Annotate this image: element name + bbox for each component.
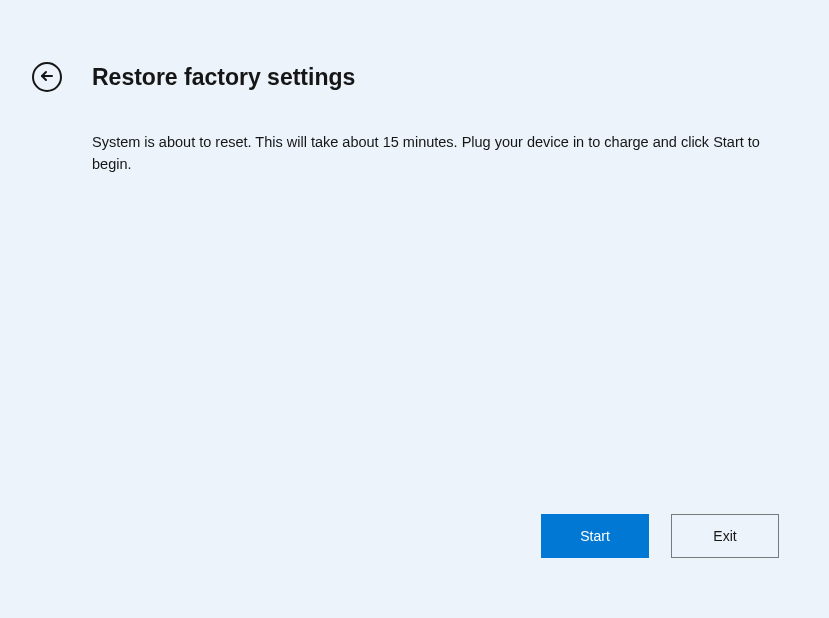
start-button[interactable]: Start: [541, 514, 649, 558]
page-title: Restore factory settings: [92, 64, 355, 91]
page-header: Restore factory settings: [0, 0, 829, 92]
reset-description: System is about to reset. This will take…: [0, 92, 829, 176]
arrow-left-icon: [39, 68, 55, 87]
back-button[interactable]: [32, 62, 62, 92]
exit-button[interactable]: Exit: [671, 514, 779, 558]
action-button-row: Start Exit: [541, 514, 779, 558]
